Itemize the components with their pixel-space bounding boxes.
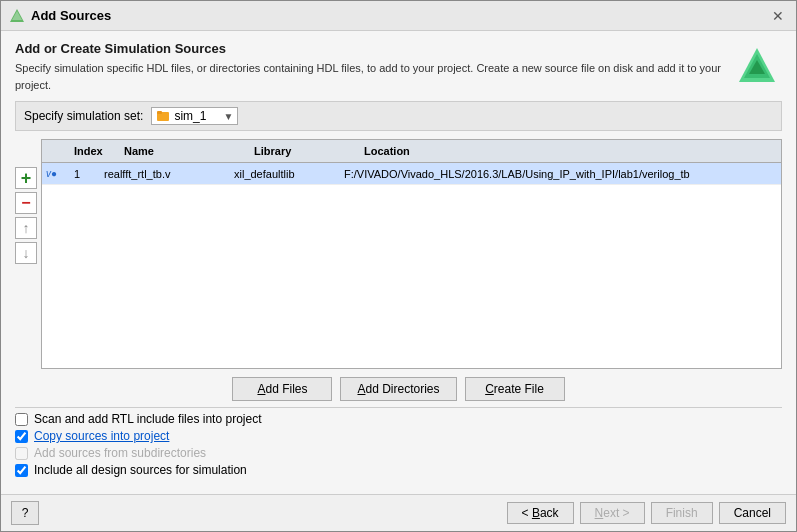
- move-up-button[interactable]: ↑: [15, 217, 37, 239]
- create-file-label: Create File: [485, 382, 544, 396]
- dialog-icon: [9, 8, 25, 24]
- header-section: Add or Create Simulation Sources Specify…: [15, 41, 782, 93]
- add-row-button[interactable]: +: [15, 167, 37, 189]
- row-location: F:/VIVADO/Vivado_HLS/2016.3/LAB/Using_IP…: [336, 166, 781, 182]
- table-header: Index Name Library Location: [42, 140, 781, 163]
- remove-row-button[interactable]: −: [15, 192, 37, 214]
- th-index: Index: [66, 143, 116, 159]
- footer-right: < Back Next > Finish Cancel: [507, 502, 786, 524]
- file-type-icon: v●: [42, 166, 66, 181]
- header-title: Add or Create Simulation Sources: [15, 41, 732, 56]
- close-button[interactable]: ✕: [768, 6, 788, 26]
- back-label: < Back: [522, 506, 559, 520]
- include-design-sources-label: Include all design sources for simulatio…: [34, 463, 247, 477]
- add-directories-button[interactable]: Add Directories: [340, 377, 456, 401]
- back-button[interactable]: < Back: [507, 502, 574, 524]
- dropdown-arrow-icon: ▼: [223, 111, 233, 122]
- include-design-sources-checkbox[interactable]: [15, 464, 28, 477]
- checkboxes-area: Scan and add RTL include files into proj…: [15, 407, 782, 486]
- sources-table: Index Name Library Location v● 1 realfft…: [41, 139, 782, 369]
- dialog-footer: ? < Back Next > Finish Cancel: [1, 494, 796, 531]
- add-sources-dialog: Add Sources ✕ Add or Create Simulation S…: [0, 0, 797, 532]
- help-label: ?: [22, 506, 29, 520]
- sim-set-dropdown[interactable]: sim_1: [174, 109, 219, 123]
- next-label: Next >: [595, 506, 630, 520]
- sim-set-folder-icon: [156, 109, 170, 123]
- svg-rect-6: [157, 111, 162, 114]
- add-subdirectories-label: Add sources from subdirectories: [34, 446, 206, 460]
- add-files-button[interactable]: Add Files: [232, 377, 332, 401]
- checkbox-row-4: Include all design sources for simulatio…: [15, 463, 782, 477]
- checkbox-row-3: Add sources from subdirectories: [15, 446, 782, 460]
- sim-set-select-wrapper[interactable]: sim_1 ▼: [151, 107, 238, 125]
- header-description: Specify simulation specific HDL files, o…: [15, 60, 732, 93]
- add-files-label: Add Files: [257, 382, 307, 396]
- scan-rtl-checkbox[interactable]: [15, 413, 28, 426]
- dialog-content: Add or Create Simulation Sources Specify…: [1, 31, 796, 494]
- copy-sources-label: Copy sources into project: [34, 429, 169, 443]
- cancel-button[interactable]: Cancel: [719, 502, 786, 524]
- add-subdirectories-checkbox[interactable]: [15, 447, 28, 460]
- table-controls: + − ↑ ↓: [15, 139, 37, 369]
- checkbox-row-1: Scan and add RTL include files into proj…: [15, 412, 782, 426]
- sim-set-row: Specify simulation set: sim_1 ▼: [15, 101, 782, 131]
- row-index: 1: [66, 166, 96, 182]
- finish-button[interactable]: Finish: [651, 502, 713, 524]
- copy-sources-checkbox[interactable]: [15, 430, 28, 443]
- row-name: realfft_rtl_tb.v: [96, 166, 226, 182]
- cancel-label: Cancel: [734, 506, 771, 520]
- th-name: Name: [116, 143, 246, 159]
- dialog-title: Add Sources: [31, 8, 111, 23]
- table-area: + − ↑ ↓ Index Name Library Location v●: [15, 139, 782, 369]
- title-bar: Add Sources ✕: [1, 1, 796, 31]
- th-location: Location: [356, 143, 781, 159]
- finish-label: Finish: [666, 506, 698, 520]
- scan-rtl-label: Scan and add RTL include files into proj…: [34, 412, 261, 426]
- sim-set-label: Specify simulation set:: [24, 109, 143, 123]
- footer-left: ?: [11, 501, 39, 525]
- th-library: Library: [246, 143, 356, 159]
- checkbox-row-2: Copy sources into project: [15, 429, 782, 443]
- logo-area: [732, 41, 782, 91]
- table-body: v● 1 realfft_rtl_tb.v xil_defaultlib F:/…: [42, 163, 781, 368]
- next-button[interactable]: Next >: [580, 502, 645, 524]
- title-bar-left: Add Sources: [9, 8, 111, 24]
- create-file-button[interactable]: Create File: [465, 377, 565, 401]
- th-filetype: [42, 143, 66, 159]
- row-library: xil_defaultlib: [226, 166, 336, 182]
- vivado-logo: [737, 46, 777, 86]
- move-down-button[interactable]: ↓: [15, 242, 37, 264]
- add-directories-label: Add Directories: [357, 382, 439, 396]
- help-button[interactable]: ?: [11, 501, 39, 525]
- table-row[interactable]: v● 1 realfft_rtl_tb.v xil_defaultlib F:/…: [42, 163, 781, 185]
- header-text: Add or Create Simulation Sources Specify…: [15, 41, 732, 93]
- action-buttons-row: Add Files Add Directories Create File: [15, 369, 782, 407]
- copy-sources-link[interactable]: Copy sources into project: [34, 429, 169, 443]
